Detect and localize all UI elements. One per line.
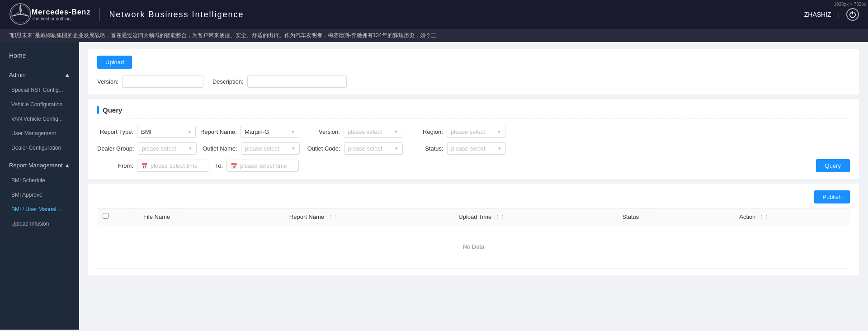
query-section: Query Report Type: BMI ▼ Report Name: Ma… — [88, 99, 859, 179]
uploadtime-col-label: Upload Time — [458, 213, 491, 220]
version-label: Version: — [97, 78, 118, 85]
chevron-down-icon-2: ▼ — [291, 129, 295, 134]
outlet-code-field: Outlet Code: please select ▼ — [304, 142, 403, 155]
table-header-filename: File Name ⋮⋮ — [138, 208, 284, 225]
to-date-input[interactable]: 📅 please select time — [226, 160, 299, 172]
chevron-down-icon-8: ▼ — [497, 146, 502, 151]
header-divider: | — [838, 11, 840, 18]
table-header-status: Status ⋮⋮ — [617, 208, 734, 225]
filename-col-label: File Name — [143, 213, 170, 220]
column-handle-icon[interactable]: ⋮⋮ — [123, 214, 132, 220]
report-name-select[interactable]: Margin-G ▼ — [241, 126, 299, 138]
action-col-label: Action — [739, 213, 755, 220]
marquee-banner: "职思未来"是戴姆勒集团的企业发展战略，旨在通过这四大领域的智能整合，为客户带来… — [0, 29, 868, 42]
upload-form-row: Version: Description: — [97, 76, 850, 88]
chevron-down-icon: ▼ — [187, 129, 192, 134]
header-brand: Mercedes-Benz The best or nothing. — [32, 8, 100, 21]
dealer-group-select[interactable]: please select ▼ — [138, 142, 197, 155]
from-placeholder: please select time — [151, 162, 198, 169]
app-title: Network Business Intelligence — [109, 10, 244, 19]
region-placeholder: please select — [451, 128, 485, 135]
version-query-select[interactable]: please select ▼ — [344, 126, 402, 138]
sidebar-item-bmi-approve[interactable]: BMI Approve — [0, 188, 79, 202]
svg-line-4 — [20, 14, 29, 16]
report-type-select[interactable]: BMI ▼ — [137, 126, 196, 138]
to-placeholder: please select time — [240, 162, 287, 169]
report-type-label: Report Type: — [97, 128, 133, 135]
col-handle-filename[interactable]: ⋮⋮ — [174, 214, 184, 220]
data-table: ⋮⋮ File Name ⋮⋮ Report Name ⋮⋮ Upload Ti… — [97, 208, 850, 269]
sidebar-section-header-report[interactable]: Report Management ▲ — [0, 157, 79, 173]
sidebar-item-vehicle-config[interactable]: Vehicle Configuration — [0, 97, 79, 112]
table-header-handle1: ⋮⋮ — [115, 208, 138, 225]
report-type-field: Report Type: BMI ▼ — [97, 126, 196, 138]
report-name-value: Margin-G — [245, 128, 269, 135]
table-header-uploadtime: Upload Time ⋮⋮ — [453, 208, 617, 225]
screen-size: 868px × 331px — [834, 2, 866, 7]
sidebar-report-label: Report Management — [9, 162, 63, 169]
no-data-text: No Data — [103, 230, 844, 264]
dealer-group-label: Dealer Group: — [97, 145, 134, 152]
from-label: From: — [97, 162, 133, 169]
dealer-group-placeholder: please select — [142, 145, 176, 152]
query-title-text: Query — [103, 106, 122, 114]
no-data-row: No Data — [97, 225, 850, 269]
main-content: Upload Version: Description: Query — [79, 42, 868, 330]
sidebar-item-van-vehicle[interactable]: VAN Vehicle Config... — [0, 112, 79, 126]
from-field: From: 📅 please select time — [97, 160, 209, 172]
main-layout: Home Admin ▲ Special NST Config... Vehic… — [0, 42, 868, 330]
outlet-code-label: Outlet Code: — [304, 145, 340, 152]
region-select[interactable]: please select ▼ — [447, 126, 505, 138]
outlet-code-select[interactable]: please select ▼ — [344, 142, 403, 155]
power-button[interactable] — [846, 8, 859, 21]
status-field: Status: please select ▼ — [407, 142, 506, 155]
col-handle-action[interactable]: ⋮⋮ — [759, 214, 769, 220]
table-actions: Publish — [97, 190, 850, 203]
table-header-row: ⋮⋮ File Name ⋮⋮ Report Name ⋮⋮ Upload Ti… — [97, 208, 850, 225]
version-placeholder: please select — [348, 128, 382, 135]
col-handle-uploadtime[interactable]: ⋮⋮ — [495, 214, 505, 220]
upload-button[interactable]: Upload — [97, 56, 132, 69]
description-input[interactable] — [247, 76, 347, 88]
col-handle-status[interactable]: ⋮⋮ — [642, 214, 652, 220]
sidebar-item-dealer-config[interactable]: Dealer Configuration — [0, 141, 79, 155]
sidebar-section-admin: Admin ▲ Special NST Config... Vehicle Co… — [0, 67, 79, 155]
select-all-checkbox[interactable] — [103, 213, 108, 219]
sidebar-item-bmi-user-manual[interactable]: BMI / User Manual ... — [0, 202, 79, 217]
chevron-up-icon-report: ▲ — [64, 162, 70, 169]
to-field: To: 📅 please select time — [214, 160, 299, 172]
status-select[interactable]: please select ▼ — [447, 142, 506, 155]
calendar-icon-to: 📅 — [231, 163, 237, 169]
brand-name: Mercedes-Benz — [32, 8, 90, 16]
mercedes-logo — [9, 3, 32, 27]
sidebar-item-special-nst[interactable]: Special NST Config... — [0, 83, 79, 97]
title-bar-decoration — [97, 106, 99, 114]
sidebar-item-user-management[interactable]: User Management — [0, 126, 79, 141]
sidebar-section-report: Report Management ▲ BMI Schedule BMI App… — [0, 157, 79, 231]
report-name-label: Report Name: — [200, 128, 237, 135]
description-label: Description: — [212, 78, 244, 85]
sidebar: Home Admin ▲ Special NST Config... Vehic… — [0, 42, 79, 330]
publish-button[interactable]: Publish — [814, 190, 850, 203]
section-title-query: Query — [97, 106, 850, 119]
status-placeholder: please select — [451, 145, 486, 152]
outlet-name-select[interactable]: please select ▼ — [241, 142, 300, 155]
sidebar-item-bmi-schedule[interactable]: BMI Schedule — [0, 173, 79, 188]
version-field: Version: — [97, 76, 203, 88]
table-header-action: Action ⋮⋮ — [734, 208, 850, 225]
table-header-reportname: Report Name ⋮⋮ — [284, 208, 453, 225]
sidebar-item-upload-infusion[interactable]: Upload Infusion — [0, 217, 79, 231]
sidebar-item-home[interactable]: Home — [0, 47, 79, 65]
status-col-label: Status — [622, 213, 639, 220]
svg-line-5 — [12, 14, 20, 16]
svg-point-6 — [19, 13, 21, 15]
chevron-down-icon-6: ▼ — [291, 146, 296, 151]
from-date-input[interactable]: 📅 please select time — [137, 160, 209, 172]
sidebar-section-header-admin[interactable]: Admin ▲ — [0, 67, 79, 83]
query-button[interactable]: Query — [816, 159, 850, 172]
chevron-down-icon-7: ▼ — [394, 146, 399, 151]
region-field: Region: please select ▼ — [407, 126, 505, 138]
table-header-checkbox — [97, 208, 115, 225]
col-handle-reportname[interactable]: ⋮⋮ — [328, 214, 338, 220]
version-input[interactable] — [122, 76, 203, 88]
